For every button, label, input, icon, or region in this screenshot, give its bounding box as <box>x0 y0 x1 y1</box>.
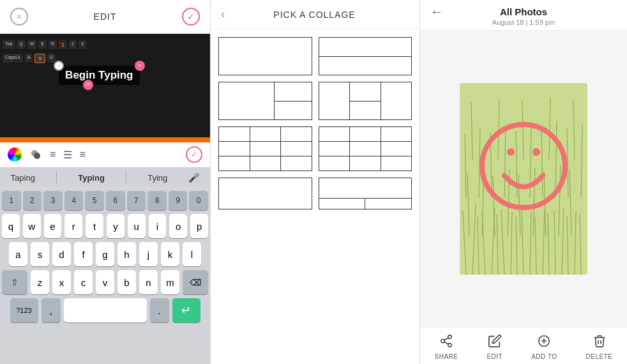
align-center-icon[interactable]: ☰ <box>63 149 72 161</box>
key-t[interactable]: t <box>86 214 103 238</box>
back-button[interactable]: ‹ <box>221 8 225 21</box>
t6-cell7 <box>319 156 350 171</box>
key-p[interactable]: p <box>190 214 208 238</box>
space-key[interactable] <box>64 298 147 322</box>
key-8[interactable]: 8 <box>147 191 167 210</box>
key-a[interactable]: a <box>9 242 27 266</box>
key-1[interactable]: 1 <box>2 191 21 210</box>
shadow-toggle[interactable] <box>29 148 42 161</box>
key-q[interactable]: q <box>2 214 20 238</box>
key-2[interactable]: 2 <box>23 191 42 210</box>
smiley-photo-card[interactable] <box>460 83 587 275</box>
text-handle-b[interactable]: ⟳ <box>83 80 93 90</box>
key-h[interactable]: h <box>117 242 136 266</box>
t3-small-col <box>274 82 311 119</box>
key-c[interactable]: c <box>74 270 93 294</box>
key-3[interactable]: 3 <box>43 191 63 210</box>
edit-action[interactable]: EDIT <box>487 334 502 360</box>
text-confirm-button[interactable]: ✓ <box>186 146 202 163</box>
share-action[interactable]: SHARE <box>434 334 458 360</box>
period-key[interactable]: . <box>150 298 169 322</box>
key-o[interactable]: o <box>169 214 187 238</box>
orange-accent-bar <box>0 137 210 142</box>
confirm-button[interactable]: ✓ <box>182 8 200 26</box>
autocorrect-option-3[interactable]: Tying <box>147 173 167 183</box>
collage-template-4[interactable] <box>319 82 412 120</box>
backspace-key[interactable]: ⌫ <box>183 270 208 294</box>
collage-template-5[interactable] <box>218 126 312 171</box>
t6-row2 <box>319 141 412 156</box>
t8-bottom <box>319 198 412 209</box>
key-k[interactable]: k <box>161 242 179 266</box>
collage-panel: ‹ PICK A COLLAGE <box>211 0 420 364</box>
align-right-icon[interactable]: ≡ <box>80 149 86 160</box>
key-b[interactable]: b <box>117 270 136 294</box>
collage-template-1[interactable] <box>218 37 312 75</box>
key-l[interactable]: l <box>183 242 201 266</box>
return-key[interactable]: ↵ <box>172 298 200 322</box>
photos-back-button[interactable]: ← <box>430 4 443 19</box>
key-7[interactable]: 7 <box>127 191 146 210</box>
key-f[interactable]: f <box>74 242 93 266</box>
add-to-action[interactable]: ADD TO <box>531 334 557 360</box>
photos-header-row: ← All Photos <box>430 6 617 17</box>
grass-background <box>460 83 587 275</box>
t5-cell1 <box>219 127 250 141</box>
text-handle-tr[interactable]: × <box>135 61 145 71</box>
autocorrect-option-2[interactable]: Typing <box>78 173 105 183</box>
template-row-4 <box>218 178 412 209</box>
collage-grid <box>211 29 419 364</box>
collage-template-2[interactable] <box>319 37 412 75</box>
collage-template-7[interactable] <box>218 178 312 209</box>
collage-template-6[interactable] <box>319 126 412 171</box>
letter-row-1: q w e r t y u i o p <box>2 214 208 238</box>
t3-row2 <box>275 101 311 120</box>
key-0[interactable]: 0 <box>189 191 208 210</box>
key-j[interactable]: j <box>139 242 158 266</box>
key-6[interactable]: 6 <box>106 191 125 210</box>
key-4[interactable]: 4 <box>64 191 84 210</box>
t5-row3 <box>219 156 312 171</box>
key-9[interactable]: 9 <box>169 191 188 210</box>
text-overlay[interactable]: Begin Typing <box>59 66 139 85</box>
key-y[interactable]: y <box>107 214 125 238</box>
t6-cell1 <box>319 127 350 141</box>
t6-cell8 <box>349 156 381 171</box>
t5-cell8 <box>250 156 281 171</box>
text-handle-tl[interactable]: ↔ <box>54 61 64 71</box>
close-button[interactable]: × <box>10 8 28 26</box>
shift-key[interactable]: ⇧ <box>2 270 27 294</box>
svg-point-50 <box>441 339 445 343</box>
mic-icon[interactable]: 🎤 <box>188 172 199 183</box>
key-e[interactable]: e <box>44 214 62 238</box>
key-d[interactable]: d <box>52 242 71 266</box>
key-u[interactable]: u <box>128 214 146 238</box>
key-i[interactable]: i <box>149 214 167 238</box>
edit-header: × EDIT ✓ <box>0 0 210 34</box>
key-5[interactable]: 5 <box>85 191 104 210</box>
collage-template-8[interactable] <box>319 178 412 209</box>
key-x[interactable]: x <box>52 270 71 294</box>
delete-action[interactable]: DELETE <box>586 334 613 360</box>
svg-line-52 <box>444 342 448 344</box>
key-g[interactable]: g <box>96 242 114 266</box>
t6-cell5 <box>349 142 381 156</box>
color-picker[interactable] <box>8 148 22 162</box>
key-z[interactable]: z <box>31 270 49 294</box>
t2-row2 <box>319 56 412 75</box>
photo-editing-area[interactable]: Tab Q W E R 1 2 3 CapsLk A S D Be <box>0 34 210 142</box>
autocorrect-option-1[interactable]: Taping <box>11 173 35 183</box>
key-v[interactable]: v <box>96 270 114 294</box>
symbol-key[interactable]: ?123 <box>10 298 38 322</box>
key-r[interactable]: r <box>64 214 82 238</box>
collage-template-3[interactable] <box>218 82 312 120</box>
keyboard: 1 2 3 4 5 6 7 8 9 0 q w e r t y u i o p … <box>0 188 210 364</box>
key-n[interactable]: n <box>139 270 158 294</box>
key-m[interactable]: m <box>161 270 179 294</box>
template-row-3 <box>218 126 412 171</box>
comma-key[interactable]: , <box>42 298 61 322</box>
key-s[interactable]: s <box>31 242 49 266</box>
align-left-icon[interactable]: ≡ <box>50 149 56 160</box>
key-w[interactable]: w <box>23 214 41 238</box>
delete-icon <box>593 334 607 351</box>
